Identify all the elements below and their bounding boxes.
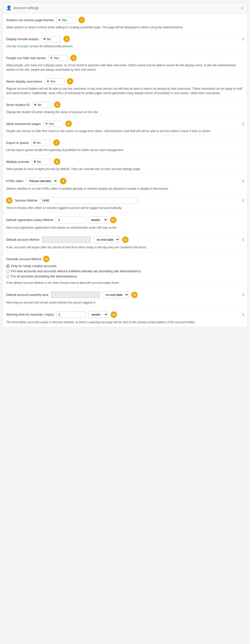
radio-group-override: Only for newly created accounts For new … <box>6 264 244 278</box>
badge-2: 2 <box>63 36 70 42</box>
info-icon-inactivity[interactable]: ℹ <box>242 292 244 297</box>
control-line: Multiple journals No 8 <box>6 158 244 165</box>
setting-label: Default registration expiry lifetime <box>6 218 53 222</box>
setting-people-hide-real-names: People can hide real names Yes 3 Allow p… <box>3 51 247 75</box>
yes-no-select-usernames[interactable]: Yes <box>45 78 64 84</box>
radio-label: Only for newly created accounts <box>11 264 57 268</box>
status-dot <box>34 104 36 106</box>
badge-1: 1 <box>78 17 85 23</box>
setting-label: Show student ID <box>6 103 29 107</box>
yes-no-select-remote-avatars[interactable]: No <box>41 36 61 42</box>
setting-multiple-journals: Multiple journals No 8 Allow people to h… <box>3 155 247 174</box>
registration-expiry-input[interactable] <box>56 216 85 223</box>
setting-label: Override account lifetime <box>6 257 42 261</box>
setting-label: HTML editor <box>6 179 24 183</box>
setting-description: Allow people, who have set a display nam… <box>6 63 244 72</box>
setting-label: Default account inactivity time <box>6 293 48 296</box>
setting-label: Warning time for inactivity / expiry <box>6 313 54 316</box>
setting-display-remote-avatars: Display remote avatars No 2 ℹ Use the Gr… <box>3 32 247 51</box>
info-icon-html-editor[interactable]: ℹ <box>242 178 244 183</box>
badge-10: 10 <box>6 197 12 204</box>
panel-title: Account settings <box>13 6 39 10</box>
session-lifetime-input[interactable] <box>40 197 138 204</box>
account-lifetime-input[interactable] <box>42 236 91 243</box>
badge-14: 14 <box>131 292 138 298</box>
control-line: Default account lifetime no end date day… <box>6 236 244 243</box>
setting-description: People can choose to hide their name as … <box>6 129 244 133</box>
info-icon-warning-time[interactable]: ℹ <box>242 312 244 317</box>
badge-8: 8 <box>54 158 60 165</box>
override-label-row: Override account lifetime 13 <box>6 256 244 262</box>
setting-description: If set, accounts will expire after this … <box>6 245 244 250</box>
person-icon: 👤 <box>6 5 11 10</box>
radio-empty-icon <box>6 270 9 273</box>
setting-html-editor: HTML editor Person decides Enabled Disab… <box>3 174 247 194</box>
badge-5: 5 <box>54 102 60 108</box>
radio-new-without-lifetime[interactable]: For new accounts and accounts without a … <box>6 269 244 273</box>
account-lifetime-unit[interactable]: no end date days weeks months years <box>93 236 120 243</box>
setting-override-account-lifetime: Override account lifetime 13 Only for ne… <box>3 252 247 288</box>
control-line: Show student ID No 5 <box>6 102 244 108</box>
badge-12: 12 <box>122 236 128 243</box>
setting-label: Session lifetime <box>15 198 37 202</box>
setting-description: Time in minutes after which an inactive … <box>6 206 244 210</box>
control-line: 10 Session lifetime ℹ <box>6 197 244 204</box>
radio-all-accounts[interactable]: For all accounts (excluding site adminis… <box>6 274 244 278</box>
setting-description: Let the export queue handle the exportin… <box>6 148 244 152</box>
info-icon-anonymous[interactable]: ℹ <box>242 122 244 126</box>
badge-6: 6 <box>65 120 72 127</box>
yes-no-select-export-queue[interactable]: No <box>31 140 51 146</box>
warning-time-unit[interactable]: weeks days months years <box>88 311 108 318</box>
yes-no-select-student-id[interactable]: No <box>32 102 52 108</box>
setting-description: If the default account lifetime is set, … <box>6 280 244 285</box>
yes-no-select-hide-names[interactable]: Yes <box>48 55 68 61</box>
warning-time-input[interactable] <box>56 311 86 318</box>
inactivity-unit[interactable]: no end date days weeks months years <box>103 291 129 298</box>
setting-description: Regular account holders will not be able… <box>6 86 244 95</box>
inactivity-input[interactable] <box>51 292 100 298</box>
control-line: People can hide real names Yes 3 <box>6 55 244 61</box>
status-dot <box>34 161 36 162</box>
gravatar-link[interactable]: Gravatar <box>17 44 29 48</box>
setting-description: Allow authors to select a theme when edi… <box>6 25 244 30</box>
setting-label: Authors can choose page themes <box>6 18 54 22</box>
info-icon-account-lifetime[interactable]: ℹ <box>242 237 244 242</box>
info-icon-remote-avatars[interactable]: ℹ <box>242 37 244 42</box>
panel-header: 👤 Account settings ∧ <box>3 3 247 13</box>
setting-description: The time before accounts expire or becom… <box>6 320 244 324</box>
setting-never-display-usernames: Never display usernames Yes 4 Regular ac… <box>3 75 247 98</box>
yes-no-select-anonymous[interactable]: Yes <box>43 121 63 127</box>
setting-label: People can hide real names <box>6 56 46 60</box>
registration-expiry-unit[interactable]: weeks days months years <box>88 216 108 224</box>
setting-description: Defines whether or not the HTML editor i… <box>6 186 244 191</box>
control-line: Default account inactivity time no end d… <box>6 291 244 298</box>
setting-label: Allow anonymous pages <box>6 122 41 126</box>
setting-registration-expiry: Default registration expiry lifetime wee… <box>3 213 247 232</box>
control-line: Display remote avatars No 2 ℹ <box>6 36 244 42</box>
radio-newly-created[interactable]: Only for newly created accounts <box>6 264 244 268</box>
control-line: Default registration expiry lifetime wee… <box>6 216 244 224</box>
select-value: No <box>47 37 51 41</box>
setting-session-lifetime: 10 Session lifetime ℹ Time in minutes af… <box>3 194 247 213</box>
setting-default-account-lifetime: Default account lifetime no end date day… <box>3 232 247 252</box>
collapse-icon[interactable]: ∧ <box>241 6 244 10</box>
radio-filled-icon <box>6 264 9 268</box>
info-icon-session[interactable]: ℹ <box>242 198 244 203</box>
status-dot <box>45 123 47 125</box>
radio-empty-icon <box>6 275 9 278</box>
badge-13: 13 <box>43 256 49 262</box>
status-dot <box>47 80 49 82</box>
setting-label: Never display usernames <box>6 80 42 83</box>
account-settings-panel: 👤 Account settings ∧ Authors can choose … <box>2 2 248 327</box>
setting-description: Use the Gravatar service for default pro… <box>6 44 244 48</box>
setting-description: Display the student ID when showing the … <box>6 110 244 114</box>
status-dot <box>50 57 52 59</box>
control-line: Export to queue No 7 <box>6 140 244 146</box>
html-editor-dropdown[interactable]: Person decides Enabled Disabled <box>26 178 58 184</box>
yes-no-select-journals[interactable]: No <box>32 159 51 165</box>
status-dot <box>58 19 60 21</box>
setting-export-to-queue: Export to queue No 7 Let the export queu… <box>3 136 247 155</box>
setting-description: How long registration applications that … <box>6 226 244 230</box>
yes-no-select-authors-themes[interactable]: Yes <box>56 17 76 23</box>
control-line: Never display usernames Yes 4 <box>6 78 244 84</box>
